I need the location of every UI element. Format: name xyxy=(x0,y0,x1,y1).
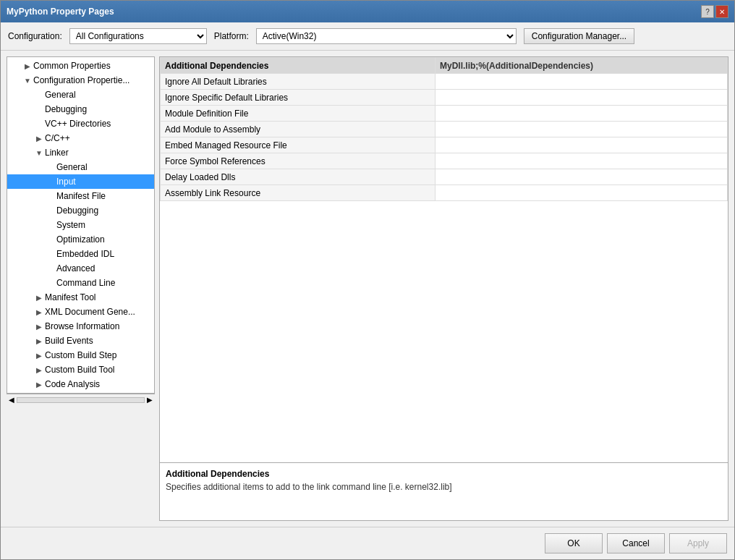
table-row[interactable]: Ignore All Default Libraries xyxy=(161,74,728,90)
property-pages-dialog: MyPython Property Pages ? ✕ Configuratio… xyxy=(0,0,735,560)
tree-item-label: Browse Information xyxy=(45,321,119,331)
tree-item-label: C/C++ xyxy=(45,133,70,143)
tree-item-cpp[interactable]: ▶C/C++ xyxy=(7,131,154,145)
tree-item-linker-cmdline[interactable]: Command Line xyxy=(7,276,154,290)
close-button[interactable]: ✕ xyxy=(715,5,728,18)
help-button[interactable]: ? xyxy=(701,5,714,18)
tree-item-custom-build-step[interactable]: ▶Custom Build Step xyxy=(7,348,154,362)
tree-item-linker-debugging[interactable]: Debugging xyxy=(7,203,154,218)
tree-item-label: VC++ Directories xyxy=(45,119,111,129)
tree-item-label: Input xyxy=(56,177,76,187)
property-value xyxy=(436,169,728,185)
expander-icon: ▶ xyxy=(22,62,33,70)
tree-item-label: Custom Build Step xyxy=(45,350,116,360)
tree-item-linker-advanced[interactable]: Advanced xyxy=(7,261,154,276)
expander-icon: ▼ xyxy=(22,77,33,85)
configuration-manager-button[interactable]: Configuration Manager... xyxy=(524,28,634,44)
property-name: Delay Loaded Dlls xyxy=(161,169,436,185)
tree-item-linker-general[interactable]: General xyxy=(7,160,154,174)
description-text: Specifies additional items to add to the… xyxy=(166,482,722,492)
table-row[interactable]: Delay Loaded Dlls xyxy=(161,169,728,185)
tree-item-label: Code Analysis xyxy=(45,379,100,389)
property-value xyxy=(436,185,728,201)
tree-item-linker[interactable]: ▼Linker xyxy=(7,145,154,160)
tree-item-common-props[interactable]: ▶Common Properties xyxy=(7,59,154,73)
tree-item-label: General xyxy=(45,90,76,100)
property-name: Embed Managed Resource File xyxy=(161,137,436,153)
tree-item-label: Embedded IDL xyxy=(56,249,114,259)
tree-item-linker-optimization[interactable]: Optimization xyxy=(7,232,154,247)
table-row[interactable]: Module Definition File xyxy=(161,106,728,122)
expander-icon: ▶ xyxy=(33,135,45,143)
tree-item-manifest-tool[interactable]: ▶Manifest Tool xyxy=(7,290,154,305)
tree-item-linker-manifest[interactable]: Manifest File xyxy=(7,189,154,203)
platform-select[interactable]: Active(Win32) xyxy=(256,28,517,44)
table-row[interactable]: Additional DependenciesMyDll.lib;%(Addit… xyxy=(161,58,728,74)
ok-button[interactable]: OK xyxy=(545,533,603,553)
property-value xyxy=(436,106,728,122)
tree-item-label: Debugging xyxy=(45,104,87,114)
property-name: Module Definition File xyxy=(161,106,436,122)
right-panel: Additional DependenciesMyDll.lib;%(Addit… xyxy=(159,56,728,521)
tree-item-linker-embedded-idl[interactable]: Embedded IDL xyxy=(7,247,154,261)
cancel-button[interactable]: Cancel xyxy=(607,533,665,553)
tree-item-custom-build-tool[interactable]: ▶Custom Build Tool xyxy=(7,362,154,377)
tree-item-label: System xyxy=(56,220,85,230)
description-title: Additional Dependencies xyxy=(166,469,722,479)
property-value xyxy=(436,122,728,137)
bottom-buttons: OK Cancel Apply xyxy=(1,527,734,559)
property-name: Assembly Link Resource xyxy=(161,185,436,201)
platform-label: Platform: xyxy=(214,31,249,41)
tree-item-linker-system[interactable]: System xyxy=(7,218,154,232)
table-row[interactable]: Add Module to Assembly xyxy=(161,122,728,137)
expander-icon: ▶ xyxy=(33,352,45,360)
tree-item-config-props[interactable]: ▼Configuration Propertie... xyxy=(7,73,154,88)
description-panel: Additional Dependencies Specifies additi… xyxy=(160,462,728,520)
expander-icon: ▶ xyxy=(33,308,45,316)
tree-item-label: Debugging xyxy=(56,205,98,216)
scroll-left-button[interactable]: ◀ xyxy=(7,396,17,404)
tree-item-label: Optimization xyxy=(56,234,105,245)
table-row[interactable]: Embed Managed Resource File xyxy=(161,137,728,153)
property-value xyxy=(436,90,728,106)
tree-panel: ▶Common Properties▼Configuration Propert… xyxy=(7,56,155,394)
property-name: Ignore Specific Default Libraries xyxy=(161,90,436,106)
tree-item-vcpp-dirs[interactable]: VC++ Directories xyxy=(7,116,154,131)
tree-item-code-analysis[interactable]: ▶Code Analysis xyxy=(7,377,154,391)
title-bar: MyPython Property Pages ? ✕ xyxy=(1,1,734,22)
scroll-right-button[interactable]: ▶ xyxy=(145,396,155,404)
table-row[interactable]: Assembly Link Resource xyxy=(161,185,728,201)
tree-item-label: Build Events xyxy=(45,336,93,346)
tree-item-label: Command Line xyxy=(56,278,115,288)
property-name: Force Symbol References xyxy=(161,153,436,169)
tree-item-label: Custom Build Tool xyxy=(45,365,115,375)
tree-item-label: General xyxy=(56,162,88,172)
toolbar: Configuration: All Configurations Platfo… xyxy=(1,22,734,51)
tree-item-general[interactable]: General xyxy=(7,88,154,102)
tree-item-build-events[interactable]: ▶Build Events xyxy=(7,334,154,348)
property-value xyxy=(436,74,728,90)
expander-icon: ▶ xyxy=(33,323,45,331)
main-content: ▶Common Properties▼Configuration Propert… xyxy=(1,51,734,527)
table-row[interactable]: Force Symbol References xyxy=(161,153,728,169)
table-row[interactable]: Ignore Specific Default Libraries xyxy=(161,90,728,106)
expander-icon: ▶ xyxy=(33,366,45,374)
scroll-track[interactable] xyxy=(17,397,145,403)
expander-icon: ▼ xyxy=(33,149,45,157)
apply-button[interactable]: Apply xyxy=(669,533,727,553)
properties-grid: Additional DependenciesMyDll.lib;%(Addit… xyxy=(160,57,728,201)
dialog-title: MyPython Property Pages xyxy=(7,7,114,17)
tree-item-label: Manifest Tool xyxy=(45,292,95,302)
tree-item-label: Advanced xyxy=(56,263,95,273)
tree-item-browse-info[interactable]: ▶Browse Information xyxy=(7,319,154,334)
configuration-select[interactable]: All Configurations xyxy=(69,28,207,44)
property-value xyxy=(436,137,728,153)
property-value xyxy=(436,153,728,169)
property-name: Add Module to Assembly xyxy=(161,122,436,137)
tree-item-xml-doc-gen[interactable]: ▶XML Document Gene... xyxy=(7,305,154,319)
tree-item-label: Manifest File xyxy=(56,191,106,201)
tree-item-label: XML Document Gene... xyxy=(45,307,135,317)
tree-item-linker-input[interactable]: Input xyxy=(7,174,154,189)
expander-icon: ▶ xyxy=(33,294,45,302)
tree-item-debugging[interactable]: Debugging xyxy=(7,102,154,116)
